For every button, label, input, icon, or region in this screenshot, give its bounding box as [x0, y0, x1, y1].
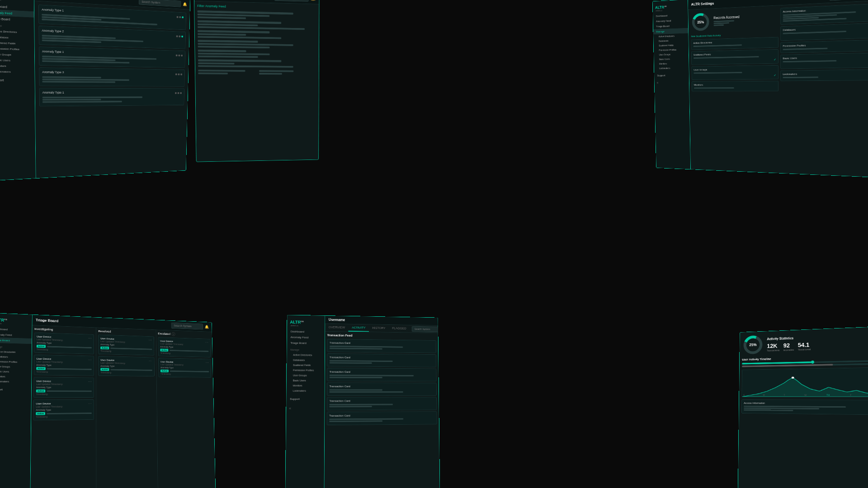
stat-threat-value: 54.1 [798, 342, 811, 348]
esc-more-1[interactable]: ··· [205, 341, 208, 344]
filter-row-3 [198, 30, 316, 39]
activity-collapse-btn[interactable]: « [286, 402, 324, 413]
esc-more-2[interactable]: ··· [206, 361, 209, 364]
tab-flagged[interactable]: FLAGGED [389, 325, 410, 333]
anomaly-card-2: Anomaly Type 2 [39, 26, 186, 49]
more-options-icon-3[interactable]: ··· [88, 380, 92, 384]
triage-bell-icon[interactable]: 🔔 [205, 325, 209, 329]
triage-columns: Investigating User Device ··· Last Updat… [30, 325, 215, 488]
transaction-feed-label: Transaction Feed [327, 333, 436, 338]
settings-search[interactable] [830, 0, 868, 1]
sidebar-triage: ALTRDB .dellnh.io Dashboard Anomaly Feed… [0, 313, 33, 488]
esc-badge-1: Active [160, 349, 168, 352]
activity-sidebar-support[interactable]: Support [286, 396, 324, 402]
stat-threat-label: Threat Level [798, 348, 811, 351]
triage-col-investigating: Investigating User Device ··· Last Updat… [30, 325, 96, 488]
status-badge-4: Active [36, 412, 45, 415]
activity-stats-title: Activity Statistics [767, 333, 868, 340]
sidebar-settings: ALTRDB .dellnh.io Dashboard Anomaly Feed… [653, 0, 691, 169]
tab-activity[interactable]: ACTIVITY [349, 324, 369, 332]
triage-search[interactable] [171, 323, 203, 330]
activity-sidebar-activedirs[interactable]: Active Directories [287, 352, 325, 358]
triage-sidebar-lockmakers[interactable]: Lockmakers [0, 379, 31, 385]
settings-sidebar-support[interactable]: Support [654, 73, 689, 78]
triage-card-inv-1: User Device ··· Last Updated Timestamp A… [34, 333, 94, 354]
anomaly-title-5: Anomaly Type 1 [42, 91, 64, 94]
sidebar-item-monitors[interactable]: Monitors [0, 63, 34, 69]
stat-transactions-value: 12K [767, 343, 779, 349]
anomaly-dots-1 [177, 16, 184, 19]
triage-card-inv-2: User Device ··· Last Updated Timestamp A… [34, 355, 94, 376]
stat-transactions-label: Transactions [767, 349, 779, 352]
activity-sidebar-databases[interactable]: Databases [287, 357, 325, 363]
filter-bell-icon[interactable]: 🔔 [311, 0, 316, 1]
stats-donut: 25% [742, 334, 764, 356]
day-s1: S [743, 394, 745, 396]
activity-sidebar-monitors[interactable]: Monitors [287, 383, 325, 389]
stat-threat: 54.1 Threat Level [798, 342, 811, 351]
resolved-label: Resolved [98, 329, 154, 334]
anomaly-feed-search[interactable] [139, 0, 181, 7]
bar [42, 96, 142, 98]
res-more-1[interactable]: ··· [149, 338, 152, 342]
activity-sidebar-scattered[interactable]: Scattered Fields [287, 362, 325, 368]
activity-sidebar-lockmakers[interactable]: Lockmakers [287, 388, 325, 393]
triage-sidebar-basicusers[interactable]: Basic Users [0, 369, 32, 375]
activity-sidebar-permission[interactable]: Permission Profiles [287, 368, 325, 373]
activity-chart: S M T W TH F S [741, 367, 868, 397]
esc-badge-2: Active [160, 370, 169, 372]
res-more-2[interactable]: ··· [149, 359, 152, 363]
filter-row-6 [198, 59, 316, 68]
tab-overview[interactable]: OVERVIEW [325, 324, 349, 332]
settings-collapse-btn[interactable]: « [655, 81, 689, 84]
more-options-icon[interactable]: ··· [88, 337, 92, 340]
activity-sidebar-triage[interactable]: Triage Board [287, 340, 325, 347]
anomaly-dots-5 [175, 92, 182, 94]
settings-sidebar-lockmakers[interactable]: Lockmakers [654, 66, 689, 70]
filter-search[interactable] [274, 0, 309, 2]
activity-search[interactable] [411, 326, 439, 332]
anomaly-card-4: Anomaly Type 3 [39, 67, 185, 86]
records-accessed-label: Records Accessed [713, 15, 739, 19]
activity-sidebar-basicusers[interactable]: Basic Users [287, 378, 325, 383]
timeline-title: User Activity Timeline [742, 355, 868, 361]
triage-collapse-btn[interactable]: « [0, 392, 31, 404]
day-f: F [850, 394, 851, 396]
sidebar-item-support[interactable]: Support [0, 77, 35, 84]
section-lockmakers: Lockmakers [780, 69, 868, 81]
section-databases: Databases ✓ [780, 23, 868, 41]
res-badge-2: Active [100, 368, 109, 371]
sidebar-item-basicusers[interactable]: Basic Users [0, 57, 34, 64]
filter-bottom [198, 69, 316, 75]
anomaly-dots-4 [175, 73, 182, 75]
triage-sidebar-monitors[interactable]: Monitors [0, 374, 31, 380]
timeline-bar [742, 360, 868, 367]
section-permission: Permission Profiles [780, 40, 868, 53]
settings-donut: 25% [691, 11, 711, 33]
panel-triage-board: ALTRDB .dellnh.io Dashboard Anomaly Feed… [0, 313, 216, 488]
activity-sidebar-usergroups[interactable]: User Groups [287, 373, 325, 378]
anomaly-dots-2 [176, 35, 184, 38]
tab-history[interactable]: HISTORY [369, 324, 389, 332]
triage-sidebar-usergroups[interactable]: User Groups [0, 364, 32, 369]
bar [42, 76, 101, 79]
activity-sidebar-dashboard[interactable]: Dashboard [287, 328, 325, 335]
stat-anomalies-value: 92 [783, 342, 794, 349]
sidebar-item-lockmakers[interactable]: Lockmakers [0, 69, 35, 75]
bar [42, 60, 129, 63]
triage-card-esc-1: User Device ··· Last Updated Timestamp A… [158, 337, 211, 357]
triage-sidebar-support[interactable]: Support [0, 387, 31, 393]
more-options-icon-2[interactable]: ··· [88, 358, 92, 361]
settings-sections-left: 25% Records Accessed See Scattered Field… [691, 8, 778, 170]
more-options-icon-4[interactable]: ··· [88, 402, 92, 405]
escalated-label: Escalated i [158, 332, 210, 337]
activity-sidebar-anomaly[interactable]: Anomaly Feed [287, 334, 325, 341]
username-title: Username [329, 318, 345, 322]
day-w: W [804, 394, 807, 396]
bell-icon[interactable]: 🔔 [183, 2, 187, 6]
access-info-label: Access Information [744, 402, 868, 405]
triage-card-inv-4: User Device ··· Last Updated Timestamp A… [33, 399, 94, 420]
transaction-card-3: Transaction Card [327, 368, 436, 381]
transaction-card-5: Transaction Card [327, 397, 437, 411]
triage-col-resolved: Resolved User Device ··· Last Updated Ti… [96, 328, 158, 488]
